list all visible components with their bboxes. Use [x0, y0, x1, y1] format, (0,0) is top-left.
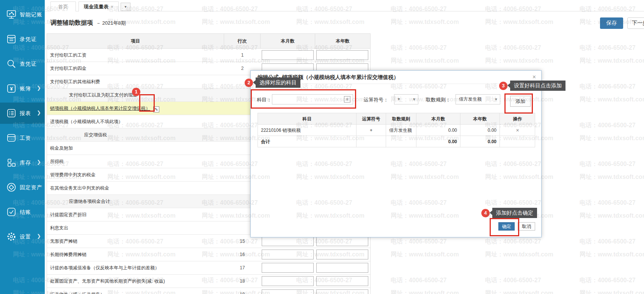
operator-select[interactable]: +▼ — [394, 94, 418, 104]
table-row: 长期待摊费用摊销16 — [47, 248, 370, 261]
row-item-label: 应缴纳各项税金合计 — [69, 199, 110, 204]
month-value-input[interactable] — [262, 276, 314, 286]
sidebar-item-search-voucher[interactable]: 查凭证 — [0, 53, 45, 74]
watermark-phone-text: 电话：4006-6500-27 — [391, 277, 447, 285]
edit-formula-dialog: 编辑公式- 销项税额（小规模纳税人填本年累计应交增值税） × 科目： ≡ 运算符… — [250, 70, 542, 237]
year-value-input[interactable] — [316, 263, 368, 273]
watermark-phone-text: 电话：4006-6500-27 — [580, 44, 636, 52]
watermark-url-text: 网址：www.tdxsoft.com — [580, 173, 644, 181]
ok-button[interactable]: 确定 — [498, 222, 515, 231]
cancel-button[interactable]: 取消 — [518, 222, 535, 231]
year-value-input[interactable] — [316, 276, 368, 286]
watermark-phone-text: 电话：4006-6500-27 — [485, 238, 541, 246]
row-item-label: 应交增值税 — [84, 132, 107, 138]
add-button[interactable]: 添加 — [510, 96, 531, 107]
col-subject: 科目 — [258, 113, 357, 124]
gear-icon — [6, 231, 17, 242]
watermark-url-text: 网址：www.tdxsoft.com — [391, 289, 459, 294]
month-value-input[interactable] — [262, 263, 314, 273]
year-value-input[interactable] — [316, 50, 368, 60]
total-op-empty — [357, 136, 386, 147]
rule-value: 借方发生额 — [459, 96, 482, 102]
watermark-url-text: 网址：www.tdxsoft.com — [391, 57, 459, 65]
watermark-phone-text: 电话：4006-6500-27 — [580, 199, 636, 207]
sidebar-item-label: 查凭证 — [20, 61, 37, 68]
subject-picker-icon[interactable]: ≡ — [344, 96, 350, 103]
watermark-url-text: 网址：www.tdxsoft.com — [580, 212, 644, 220]
sidebar-item-record-voucher[interactable]: 录凭证 — [0, 28, 45, 50]
tab-cash-flow[interactable]: 现金流量表× — [79, 2, 119, 11]
sidebar-item-inventory[interactable]: 库存❯ — [0, 152, 45, 173]
year-cell — [315, 49, 370, 62]
month-value-input[interactable] — [262, 50, 314, 60]
row-item-label: 无形资产摊销 — [50, 239, 77, 244]
month-value-input[interactable] — [262, 289, 314, 294]
monitor-share-icon — [6, 9, 17, 20]
subject-input[interactable] — [272, 94, 353, 104]
watermark-phone-text: 电话：4006-6500-27 — [580, 277, 636, 285]
total-label: 合计 — [258, 136, 357, 147]
table-header-row: 项目 行次 本月数 本年数 — [47, 34, 370, 49]
sidebar-item-report[interactable]: 报表❯ — [0, 103, 45, 124]
next-step-button[interactable]: 下一步 — [627, 17, 644, 29]
month-cell — [261, 261, 315, 275]
watermark-url-text: 网址：www.tdxsoft.com — [580, 96, 644, 104]
tab-home[interactable]: 首页 — [50, 2, 76, 11]
chevron-right-icon: ❯ — [37, 110, 41, 115]
sidebar-item-smart-voucher[interactable]: 智能记账 — [0, 4, 45, 25]
row-line-number: 18 — [224, 275, 261, 288]
watermark-phone-text: 电话：4006-6500-27 — [485, 277, 541, 285]
row-line-number: 16 — [224, 248, 261, 261]
rule-select[interactable]: 借方发生额▼ — [456, 94, 500, 104]
watermark-url-text: 网址：www.tdxsoft.com — [485, 57, 553, 65]
dialog-title: 编辑公式- 销项税额（小规模纳税人填本年累计应交增值税） — [258, 74, 399, 81]
delete-row-icon[interactable]: × — [500, 125, 535, 136]
tab-list-dropdown[interactable]: ▾ — [121, 3, 130, 11]
tab-close-icon[interactable]: × — [111, 4, 113, 9]
month-value-input[interactable] — [262, 236, 314, 246]
year-value-input[interactable] — [316, 289, 368, 294]
formula-rule: 借方发生额 — [386, 125, 416, 136]
year-value-input[interactable] — [316, 250, 368, 259]
formula-table: 科目 运算符号 取数规则 本月数 本年数 操作 22210106 销项税额 + … — [258, 113, 535, 147]
dialog-close-icon[interactable]: × — [532, 74, 536, 81]
watermark-phone-text: 电话：4006-6500-27 — [485, 238, 541, 246]
table-row: 计提的各项减值准备（仅反映本年与上年计提的差额）17 — [47, 261, 370, 275]
formula-total-row: 合计 0.00 0.00 — [258, 136, 535, 147]
col-operator: 运算符号 — [357, 113, 386, 124]
svg-text:¥: ¥ — [10, 86, 13, 92]
table-row: 处置固定资产、无形资产和其他长期资产的损失(减: 收益)18 — [47, 275, 370, 288]
chevron-right-icon: ❯ — [37, 159, 41, 165]
sidebar-item-salary[interactable]: 工资 — [0, 127, 45, 149]
sidebar-item-closing[interactable]: 结账 — [0, 201, 45, 223]
row-item-label: 处置固定资产、无形资产和其他长期资产的损失(减: 收益) — [50, 278, 165, 284]
watermark-url-text: 网址：www.tdxsoft.com — [580, 212, 644, 220]
sidebar-item-label: 库存 — [20, 160, 31, 166]
watermark-url-text: 网址：www.tdxsoft.com — [391, 251, 459, 259]
sidebar-item-fixed-assets[interactable]: 固定资产 — [0, 177, 45, 198]
watermark-phone-text: 电话：4006-6500-27 — [391, 277, 447, 285]
tab-cash-flow-label: 现金流量表 — [84, 4, 108, 9]
sidebar-item-ledger[interactable]: ¥账簿❯ — [0, 78, 45, 99]
row-item-label: 长期待摊费用摊销 — [50, 252, 86, 257]
sidebar-item-settings[interactable]: 设置❯ — [0, 226, 45, 247]
row-item-label: 支付给职工的四金 — [50, 66, 86, 71]
row-item-label: 支付给职工以及为职工支付的现金 — [69, 92, 137, 98]
sidebar-item-label: 账簿 — [20, 85, 31, 92]
row-item-label[interactable]: 销项税额（小规模纳税人填本年累计应交增值税） — [50, 106, 150, 111]
month-cell — [261, 275, 315, 288]
total-action-empty — [500, 136, 535, 147]
watermark-url-text: 网址：www.tdxsoft.com — [580, 251, 644, 259]
year-value-input[interactable] — [316, 236, 368, 246]
row-item-label: 管理费用中列支的税金 — [50, 172, 96, 177]
save-button[interactable]: 保存 — [600, 17, 623, 29]
month-cell — [261, 248, 315, 261]
col-header-month: 本月数 — [261, 34, 315, 49]
watermark-url-text: 网址：www.tdxsoft.com — [580, 57, 644, 65]
watermark-url-text: 网址：www.tdxsoft.com — [391, 289, 459, 294]
edit-pencil-icon[interactable]: ✎ — [153, 106, 159, 112]
month-value-input[interactable] — [262, 250, 314, 259]
formula-year-value: 0.00 — [460, 125, 500, 136]
formula-row: 22210106 销项税额 + 借方发生额 0.00 0.00 × — [258, 125, 535, 136]
chevron-right-icon: ❯ — [37, 85, 41, 91]
